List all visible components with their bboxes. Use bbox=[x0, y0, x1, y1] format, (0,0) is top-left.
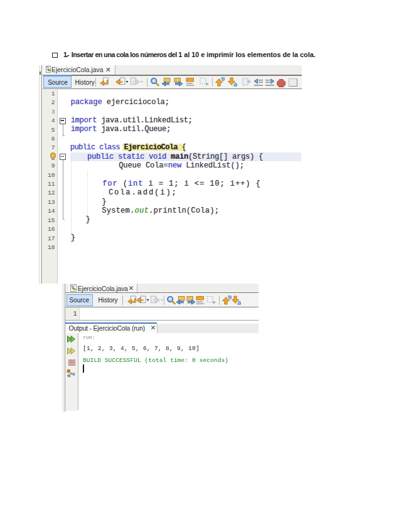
svg-text:%: % bbox=[68, 370, 70, 373]
